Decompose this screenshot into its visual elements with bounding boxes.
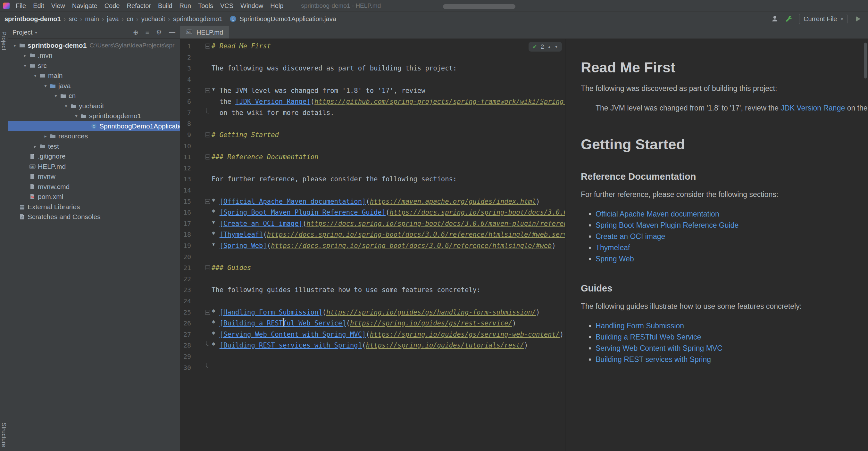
line-number[interactable]: 10: [180, 142, 191, 150]
preview-link[interactable]: Serving Web Content with Spring MVC: [595, 344, 722, 352]
tree-item-yuchaoit[interactable]: ▾yuchaoit: [8, 101, 180, 111]
menu-edit[interactable]: Edit: [30, 1, 48, 10]
line-number[interactable]: 3: [180, 64, 191, 72]
fold-end-icon[interactable]: [206, 108, 209, 114]
menu-file[interactable]: File: [12, 1, 30, 10]
run-button[interactable]: [854, 15, 862, 23]
line-number[interactable]: 27: [180, 330, 191, 338]
preview-link[interactable]: Spring Boot Maven Plugin Reference Guide: [595, 221, 739, 229]
code-line[interactable]: the [JDK Version Range](https://github.c…: [212, 98, 565, 105]
code-line[interactable]: * [Serving Web Content with Spring MVC](…: [212, 330, 563, 338]
preview-link[interactable]: Official Apache Maven documentation: [595, 210, 719, 218]
tab-help-md[interactable]: M↓ HELP.md: [180, 26, 229, 38]
top-scrollbar-thumb[interactable]: [443, 4, 516, 9]
preview-link[interactable]: Create an OCI image: [595, 232, 665, 240]
line-number[interactable]: 14: [180, 186, 191, 194]
code-line[interactable]: * [Handling Form Submission](https://spr…: [212, 309, 540, 316]
menu-refactor[interactable]: Refactor: [123, 1, 155, 10]
md-link[interactable]: [Building REST services with Spring]: [220, 342, 362, 349]
fold-collapse-icon[interactable]: [205, 133, 210, 137]
menu-code[interactable]: Code: [101, 1, 123, 10]
tool-stripe-structure[interactable]: Structure: [0, 422, 7, 447]
line-number[interactable]: 9: [180, 131, 191, 139]
fold-collapse-icon[interactable]: [205, 44, 210, 49]
tree-item-scratches-and-consoles[interactable]: Scratches and Consoles: [8, 212, 180, 222]
fold-collapse-icon[interactable]: [205, 155, 210, 160]
tree-item-mvnw-cmd[interactable]: mvnw.cmd: [8, 182, 180, 192]
breadcrumb-item-cn[interactable]: cn: [127, 15, 133, 23]
code-line[interactable]: # Read Me First: [212, 42, 271, 50]
code-line[interactable]: * [Building REST services with Spring](h…: [212, 342, 528, 349]
line-number[interactable]: 8: [180, 120, 191, 127]
fold-end-icon[interactable]: [206, 363, 209, 368]
line-number[interactable]: 20: [180, 253, 191, 261]
inspections-ok-icon[interactable]: ✔: [532, 43, 537, 50]
preview-link[interactable]: Building a RESTful Web Service: [595, 333, 701, 341]
line-number[interactable]: 16: [180, 208, 191, 216]
line-number[interactable]: 15: [180, 198, 191, 205]
line-number[interactable]: 4: [180, 75, 191, 83]
chevron-down-icon[interactable]: ▾: [35, 30, 37, 35]
chevron-down-icon[interactable]: ▾: [52, 93, 59, 98]
chevron-down-icon[interactable]: ▾: [62, 103, 69, 108]
chevron-down-icon[interactable]: ▾: [42, 83, 49, 88]
preview-link[interactable]: Spring Web: [595, 255, 634, 263]
code-line[interactable]: * [Create an OCI image](https://docs.spr…: [212, 220, 565, 227]
code-line[interactable]: * [Spring Boot Maven Plugin Reference Gu…: [212, 208, 565, 216]
menu-view[interactable]: View: [48, 1, 69, 10]
line-number[interactable]: 18: [180, 231, 191, 238]
line-number[interactable]: 22: [180, 275, 191, 283]
tree-item-src[interactable]: ▾src: [8, 61, 180, 71]
code-line[interactable]: * [Thymeleaf](https://docs.spring.io/spr…: [212, 231, 565, 238]
md-link[interactable]: [Serving Web Content with Spring MVC]: [220, 330, 366, 338]
md-link[interactable]: [Thymeleaf]: [220, 231, 263, 238]
code-line[interactable]: * [Official Apache Maven documentation](…: [212, 198, 540, 205]
code-line[interactable]: * [Building a RESTful Web Service](https…: [212, 319, 516, 327]
tree-item-cn[interactable]: ▾cn: [8, 91, 180, 101]
tree-item-sprintboogdemo1[interactable]: ▾sprintboogdemo1: [8, 111, 180, 121]
tree-item-mvnw[interactable]: mvnw: [8, 172, 180, 182]
locate-icon[interactable]: ⊕: [133, 29, 138, 36]
preview-link[interactable]: JDK Version Range: [781, 104, 845, 112]
line-number[interactable]: 23: [180, 286, 191, 294]
line-number[interactable]: 11: [180, 153, 191, 161]
fold-collapse-icon[interactable]: [205, 310, 210, 315]
code-line[interactable]: The following guides illustrate how to u…: [212, 286, 480, 294]
menu-build[interactable]: Build: [155, 1, 176, 10]
line-number[interactable]: 21: [180, 264, 191, 271]
menu-window[interactable]: Window: [237, 1, 267, 10]
line-number[interactable]: 28: [180, 342, 191, 349]
breadcrumb-item-yuchaoit[interactable]: yuchaoit: [142, 15, 165, 23]
menu-vcs[interactable]: VCS: [217, 1, 237, 10]
tree-item-test[interactable]: ▸test: [8, 141, 180, 152]
line-number[interactable]: 26: [180, 319, 191, 327]
tree-item-sprintboogdemo1application[interactable]: CSprintboogDemo1Application: [8, 121, 180, 131]
fold-collapse-icon[interactable]: [205, 265, 210, 270]
prev-problem-icon[interactable]: ▲: [548, 45, 551, 49]
line-number[interactable]: 24: [180, 297, 191, 305]
code-line[interactable]: on the wiki for more details.: [212, 109, 334, 117]
code-line[interactable]: For further reference, please consider t…: [212, 175, 457, 183]
tree-item-sprintboog-demo1[interactable]: ▾sprintboog-demo1C:\Users\Sylar\IdeaProj…: [8, 40, 180, 51]
hide-icon[interactable]: —: [169, 29, 175, 36]
line-number[interactable]: 29: [180, 353, 191, 360]
chevron-down-icon[interactable]: ▾: [11, 43, 18, 48]
line-number[interactable]: 6: [180, 98, 191, 105]
breadcrumb-item-main[interactable]: main: [85, 15, 99, 23]
breadcrumb-file[interactable]: C SprintboogDemo1Application.java: [229, 15, 336, 23]
code-line[interactable]: ### Reference Documentation: [212, 153, 318, 161]
line-number[interactable]: 2: [180, 54, 191, 61]
code-line[interactable]: ### Guides: [212, 264, 251, 271]
md-link[interactable]: [Create an OCI image]: [220, 220, 303, 227]
tree-item-external-libraries[interactable]: External Libraries: [8, 202, 180, 212]
menu-help[interactable]: Help: [267, 1, 287, 10]
line-number[interactable]: 19: [180, 242, 191, 250]
tree-item-pom-xml[interactable]: mpom.xml: [8, 192, 180, 202]
tree-item--gitignore[interactable]: .gitignore: [8, 152, 180, 162]
preview-link[interactable]: Building REST services with Spring: [595, 355, 711, 363]
chevron-right-icon[interactable]: ▸: [32, 144, 39, 149]
tool-stripe-project[interactable]: Project: [0, 31, 7, 50]
tree-item-java[interactable]: ▾java: [8, 81, 180, 91]
code-line[interactable]: * The JVM level was changed from '1.8' t…: [212, 87, 425, 95]
line-number[interactable]: 5: [180, 87, 191, 95]
